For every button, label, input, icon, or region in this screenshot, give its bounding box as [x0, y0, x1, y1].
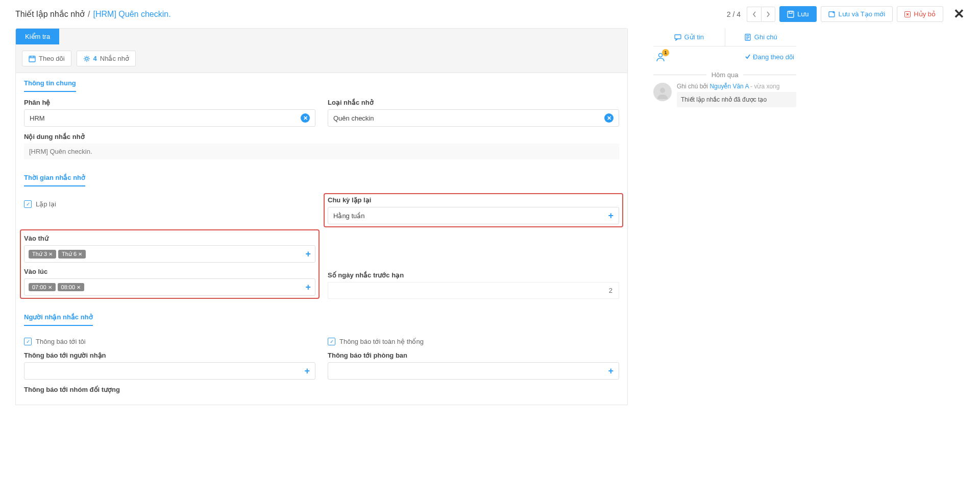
svg-point-5 [85, 57, 88, 60]
svg-point-9 [660, 88, 665, 93]
calendar-icon [29, 55, 36, 62]
save-new-button[interactable]: Lưu và Tạo mới [821, 6, 893, 22]
save-new-icon [828, 11, 836, 18]
chevron-left-icon [752, 11, 756, 17]
section-recipients: Người nhận nhắc nhở [24, 307, 93, 326]
type-label: Loại nhắc nhở [328, 99, 619, 106]
save-button[interactable]: Lưu [779, 6, 816, 22]
following-status[interactable]: Đang theo dõi [745, 53, 794, 61]
save-icon [787, 11, 794, 18]
svg-rect-6 [675, 35, 681, 39]
notify-system-checkbox[interactable]: ✓ [328, 338, 335, 345]
weekday-add-icon[interactable]: + [305, 249, 311, 259]
note-tab-label: Ghi chú [754, 33, 777, 41]
days-before-field[interactable]: 2 [328, 282, 619, 299]
follow-label: Theo dõi [39, 55, 65, 62]
reminder-label: Nhắc nhở [100, 55, 129, 62]
reminder-count: 4 [93, 55, 97, 62]
tag-remove-icon[interactable]: ✕ [78, 251, 82, 257]
time-add-icon[interactable]: + [305, 283, 311, 292]
breadcrumb: Thiết lập nhắc nhở / [HRM] Quên checkin. [15, 9, 171, 19]
avatar [653, 83, 672, 101]
save-new-label: Lưu và Tạo mới [839, 10, 886, 18]
follower-badge: 1 [662, 49, 669, 56]
log-message: Thiết lập nhắc nhở đã được tạo [677, 92, 796, 107]
notify-recipients-label: Thông báo tới người nhận [24, 351, 315, 359]
day-divider: Hôm qua [653, 71, 796, 79]
page-counter: 2 / 4 [727, 10, 741, 18]
type-field[interactable]: Quên checkin ✕ [328, 109, 619, 127]
cycle-label: Chu kỳ lặp lại [328, 196, 619, 204]
module-value: HRM [30, 114, 301, 122]
days-before-label: Số ngày nhắc trước hạn [328, 271, 619, 279]
close-button[interactable]: ✕ [953, 6, 965, 22]
time-tag[interactable]: 07:00✕ [29, 283, 56, 291]
follower-icon[interactable]: 1 [655, 52, 666, 62]
recipients-add-icon[interactable]: + [304, 366, 310, 375]
cycle-add-icon[interactable]: + [608, 211, 614, 220]
next-button[interactable] [761, 7, 775, 22]
notify-dept-label: Thông báo tới phòng ban [328, 351, 619, 359]
notify-recipients-field[interactable]: + [24, 362, 315, 380]
content-label: Nội dung nhắc nhở [24, 133, 619, 140]
type-value: Quên checkin [333, 114, 604, 122]
svg-rect-4 [29, 56, 35, 62]
tag-remove-icon[interactable]: ✕ [48, 285, 52, 290]
notify-system-label: Thông báo tới toàn hệ thống [339, 338, 424, 345]
gear-icon [83, 55, 90, 62]
note-icon [744, 34, 751, 41]
time-field[interactable]: 07:00✕ 08:00✕ + [24, 278, 315, 296]
breadcrumb-current: [HRM] Quên checkin. [93, 10, 171, 19]
breadcrumb-sep: / [88, 10, 90, 19]
weekday-tag[interactable]: Thứ 3✕ [29, 250, 56, 259]
module-clear-icon[interactable]: ✕ [301, 113, 310, 123]
cycle-highlight: Chu kỳ lặp lại Hằng tuần + [324, 193, 623, 227]
log-entry: Ghi chú bởi Nguyễn Văn A - vừa xong Thiế… [653, 83, 796, 107]
notify-group-label: Thông báo tới nhóm đối tượng [24, 386, 619, 393]
check-icon [745, 54, 751, 60]
notify-dept-field[interactable]: + [328, 362, 619, 380]
section-time: Thời gian nhắc nhở [24, 168, 85, 186]
svg-point-8 [659, 54, 663, 57]
cancel-label: Hủy bỏ [914, 10, 936, 18]
send-tab[interactable]: Gửi tin [653, 28, 725, 46]
tag-remove-icon[interactable]: ✕ [48, 251, 53, 257]
weekday-tag[interactable]: Thứ 6✕ [58, 250, 86, 259]
type-clear-icon[interactable]: ✕ [604, 113, 614, 123]
cycle-value: Hằng tuần [333, 212, 608, 220]
time-field-label: Vào lúc [24, 268, 315, 275]
log-meta: Ghi chú bởi Nguyễn Văn A - vừa xong [677, 83, 796, 90]
weekday-time-highlight: Vào thứ Thứ 3✕ Thứ 6✕ + Vào lúc 07:00✕ 0… [20, 229, 320, 299]
time-tag[interactable]: 08:00✕ [58, 283, 85, 291]
module-label: Phân hệ [24, 99, 315, 106]
svg-rect-0 [788, 11, 794, 17]
chevron-right-icon [766, 11, 770, 17]
notify-me-checkbox[interactable]: ✓ [24, 338, 32, 345]
cancel-button[interactable]: Hủy bỏ [897, 6, 943, 22]
weekday-label: Vào thứ [24, 234, 315, 242]
module-field[interactable]: HRM ✕ [24, 109, 315, 127]
cycle-field[interactable]: Hằng tuần + [328, 207, 619, 224]
section-general: Thông tin chung [24, 73, 76, 92]
reminder-button[interactable]: 4 Nhắc nhở [77, 51, 136, 66]
prev-button[interactable] [747, 7, 761, 22]
message-icon [674, 34, 681, 41]
dept-add-icon[interactable]: + [608, 366, 614, 375]
check-button[interactable]: Kiểm tra [16, 29, 59, 44]
breadcrumb-title[interactable]: Thiết lập nhắc nhở [15, 9, 85, 19]
send-tab-label: Gửi tin [684, 33, 704, 41]
cancel-icon [904, 11, 911, 17]
follow-button[interactable]: Theo dõi [22, 51, 71, 66]
svg-rect-1 [789, 11, 792, 13]
repeat-label: Lặp lại [36, 200, 56, 208]
save-label: Lưu [797, 10, 808, 18]
notify-me-label: Thông báo tới tôi [36, 338, 86, 345]
log-user-link[interactable]: Nguyễn Văn A [709, 83, 748, 90]
following-label: Đang theo dõi [753, 53, 794, 61]
weekday-field[interactable]: Thứ 3✕ Thứ 6✕ + [24, 245, 315, 263]
log-time: vừa xong [754, 83, 779, 90]
note-tab[interactable]: Ghi chú [725, 28, 797, 46]
repeat-checkbox[interactable]: ✓ [24, 200, 32, 208]
content-field[interactable]: [HRM] Quên checkin. [24, 144, 619, 159]
tag-remove-icon[interactable]: ✕ [77, 285, 81, 290]
